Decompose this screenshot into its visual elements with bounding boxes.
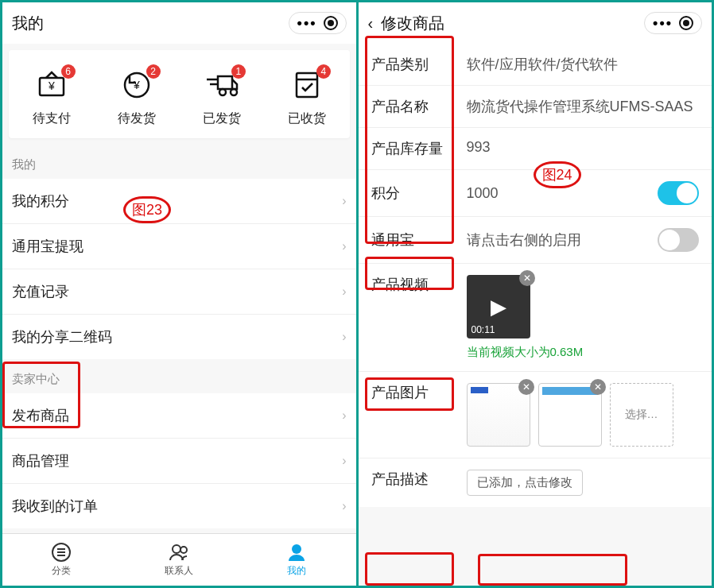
checklist-icon <box>264 66 349 104</box>
svg-rect-7 <box>297 73 317 97</box>
label: 通用宝提现 <box>12 237 83 256</box>
points-toggle[interactable] <box>658 181 699 205</box>
section-seller: 卖家中心 <box>2 359 356 393</box>
row-tyb-withdraw[interactable]: 通用宝提现› <box>2 224 356 269</box>
label: 产品图片 <box>371 383 459 402</box>
row-publish-product[interactable]: 发布商品› <box>2 393 356 439</box>
order-shipped[interactable]: 1 已发货 <box>179 66 264 127</box>
close-app-icon[interactable] <box>324 16 338 30</box>
svg-point-6 <box>231 89 237 95</box>
svg-text:¥: ¥ <box>133 79 140 91</box>
label: 我收到的订单 <box>12 497 98 516</box>
chevron-right-icon: › <box>342 284 346 299</box>
label: 联系人 <box>165 564 193 578</box>
tab-bar: 分类 联系人 我的 <box>2 533 356 586</box>
badge: 4 <box>316 64 331 79</box>
label: 我的 <box>287 564 306 578</box>
more-icon[interactable]: ••• <box>297 19 317 27</box>
label: 充值记录 <box>12 282 69 301</box>
truck-icon <box>179 66 264 104</box>
tyb-toggle[interactable] <box>658 228 699 252</box>
page-title: 修改商品 <box>381 13 444 34</box>
screenshot-right: ‹ 修改商品 ••• 产品类别 软件/应用软件/货代软件 产品名称 物流货代操作… <box>359 2 712 586</box>
row-description: 产品描述 已添加，点击修改 <box>359 458 712 507</box>
row-category[interactable]: 产品类别 软件/应用软件/货代软件 <box>359 44 712 86</box>
header: 我的 ••• <box>2 2 356 44</box>
person-icon <box>286 542 307 563</box>
more-icon[interactable]: ••• <box>653 19 673 27</box>
order-pending-payment[interactable]: 6 ¥ 待支付 <box>9 66 94 127</box>
product-image-2[interactable]: ✕ <box>538 383 602 447</box>
wallet-icon: ¥ <box>9 66 94 104</box>
product-image-1[interactable]: ✕ <box>467 383 530 447</box>
edit-description-button[interactable]: 已添加，点击修改 <box>467 470 583 496</box>
label: 商品管理 <box>12 451 69 470</box>
label: 产品库存量 <box>371 139 459 158</box>
chevron-right-icon: › <box>342 499 346 513</box>
tab-contacts[interactable]: 联系人 <box>120 534 238 586</box>
row-product-manage[interactable]: 商品管理› <box>2 439 356 484</box>
svg-point-10 <box>180 547 187 553</box>
label: 已发货 <box>179 110 264 127</box>
chevron-right-icon: › <box>342 194 346 208</box>
row-my-orders[interactable]: 我收到的订单› <box>2 484 356 528</box>
row-stock[interactable]: 产品库存量 993 <box>359 128 712 170</box>
section-my: 我的 <box>2 145 356 179</box>
row-name[interactable]: 产品名称 物流货代操作管理系统UFMS-SAAS <box>359 86 712 128</box>
label: 积分 <box>371 184 459 203</box>
svg-rect-4 <box>218 76 232 89</box>
video-duration: 00:11 <box>471 324 495 335</box>
tab-category[interactable]: 分类 <box>2 534 120 586</box>
order-received[interactable]: 4 已收货 <box>264 66 349 127</box>
label: 已收货 <box>264 110 349 127</box>
miniprogram-capsule[interactable]: ••• <box>289 12 347 34</box>
hint: 请点击右侧的启用 <box>467 230 650 250</box>
chevron-right-icon: › <box>342 454 346 468</box>
chevron-right-icon: › <box>342 239 346 253</box>
remove-image-icon[interactable]: ✕ <box>590 379 606 395</box>
row-my-points[interactable]: 我的积分› <box>2 179 356 224</box>
label: 产品视频 <box>371 275 459 294</box>
badge: 1 <box>231 64 246 79</box>
badge: 2 <box>146 64 161 79</box>
label: 产品名称 <box>371 97 459 116</box>
refund-icon: ¥ <box>94 66 179 104</box>
close-app-icon[interactable] <box>679 16 693 30</box>
add-image-button[interactable]: 选择… <box>610 383 673 447</box>
label: 分类 <box>52 564 71 578</box>
people-icon <box>168 542 190 563</box>
miniprogram-capsule[interactable]: ••• <box>644 12 702 34</box>
annotation-box-5 <box>478 554 627 586</box>
video-thumbnail[interactable]: ✕ ▶ 00:11 <box>467 275 530 338</box>
row-recharge[interactable]: 充值记录› <box>2 269 356 315</box>
row-images: 产品图片 ✕ ✕ 选择… <box>359 372 712 458</box>
svg-text:¥: ¥ <box>48 79 55 92</box>
list-icon <box>51 542 72 563</box>
row-share-qr[interactable]: 我的分享二维码› <box>2 315 356 359</box>
row-points[interactable]: 积分 1000 <box>359 170 712 217</box>
label: 我的分享二维码 <box>12 327 112 346</box>
label: 产品描述 <box>371 470 459 489</box>
label: 待发货 <box>94 110 179 127</box>
annotation-box-4 <box>365 552 454 586</box>
value: 1000 <box>467 185 650 202</box>
svg-point-9 <box>173 545 180 553</box>
video-size-note: 当前视频大小为0.63M <box>467 345 700 360</box>
remove-image-icon[interactable]: ✕ <box>518 379 534 395</box>
label: 产品类别 <box>371 55 459 74</box>
screenshot-left: 我的 ••• 6 ¥ 待支付 2 ¥ 待发货 1 已发货 <box>2 2 359 586</box>
header: ‹ 修改商品 ••• <box>359 2 712 44</box>
badge: 6 <box>61 64 76 79</box>
row-video: 产品视频 ✕ ▶ 00:11 当前视频大小为0.63M <box>359 264 712 372</box>
row-tyb[interactable]: 通用宝 请点击右侧的启用 <box>359 217 712 264</box>
tab-mine[interactable]: 我的 <box>238 534 355 586</box>
label: 待支付 <box>9 110 94 127</box>
page-title: 我的 <box>12 13 44 34</box>
label: 我的积分 <box>12 191 69 211</box>
chevron-right-icon: › <box>342 330 346 344</box>
svg-point-11 <box>292 544 301 554</box>
value: 软件/应用软件/货代软件 <box>467 55 700 74</box>
order-pending-ship[interactable]: 2 ¥ 待发货 <box>94 66 179 127</box>
chevron-right-icon: › <box>342 408 346 423</box>
back-icon[interactable]: ‹ <box>368 14 374 33</box>
